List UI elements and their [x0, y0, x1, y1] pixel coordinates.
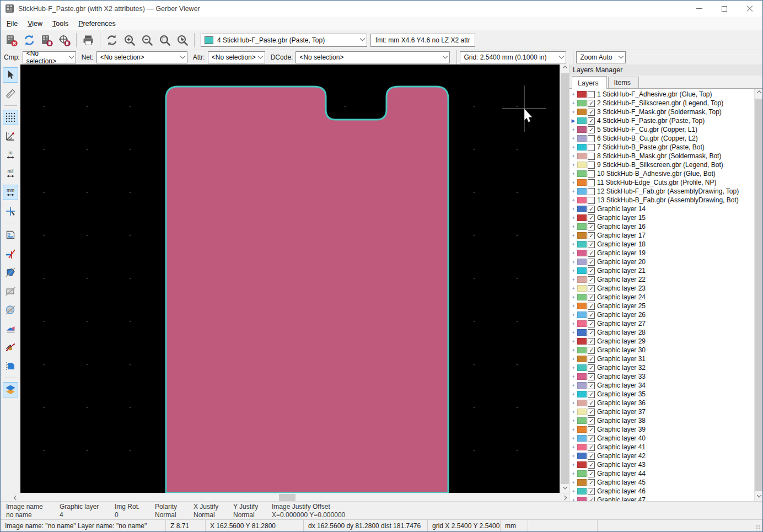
print-button[interactable]	[79, 32, 97, 49]
layer-row[interactable]: ▶✓4 StickHub-F_Paste.gbr (Paste, Top)	[569, 116, 754, 125]
sketch-lines-button[interactable]	[3, 246, 18, 261]
layer-visibility-checkbox[interactable]: ✓	[588, 338, 595, 345]
layer-row[interactable]: ✦✓Graphic layer 14	[569, 205, 754, 213]
layer-visibility-checkbox[interactable]	[588, 170, 595, 178]
layer-visibility-checkbox[interactable]: ✓	[588, 303, 595, 310]
layer-row[interactable]: ✦✓Graphic layer 17	[569, 231, 754, 240]
layer-color-swatch[interactable]	[577, 188, 587, 195]
measure-tool-button[interactable]	[3, 86, 18, 101]
layer-color-swatch[interactable]	[577, 144, 587, 151]
layer-color-swatch[interactable]	[577, 285, 587, 292]
tab-items[interactable]: Items	[608, 77, 640, 88]
layer-visibility-checkbox[interactable]: ✓	[588, 214, 595, 222]
layer-row[interactable]: ✦9 StickHub-B_Silkscreen.gbr (Legend, Bo…	[569, 160, 754, 169]
layer-visibility-checkbox[interactable]: ✓	[588, 417, 595, 424]
layer-visibility-checkbox[interactable]: ✓	[588, 435, 595, 442]
layer-color-swatch[interactable]	[577, 259, 587, 265]
layer-row[interactable]: ✦✓Graphic layer 37	[569, 407, 754, 416]
layer-row[interactable]: ✦✓Graphic layer 30	[569, 346, 754, 354]
flip-view-button[interactable]	[3, 358, 18, 374]
resize-grip[interactable]	[756, 525, 761, 530]
layer-color-swatch[interactable]	[577, 409, 587, 415]
layer-row[interactable]: ✦✓Graphic layer 41	[569, 443, 754, 452]
scroll-up-arrow[interactable]	[755, 89, 763, 98]
layer-color-swatch[interactable]	[577, 126, 587, 133]
layer-color-swatch[interactable]	[577, 162, 587, 168]
zoom-in-button[interactable]	[121, 32, 138, 49]
close-button[interactable]	[737, 1, 762, 17]
layer-row[interactable]: ✦✓Graphic layer 23	[569, 284, 754, 293]
layer-row[interactable]: ✦✓Graphic layer 27	[569, 319, 754, 328]
units-inches-button[interactable]: in	[3, 147, 18, 163]
maximize-button[interactable]	[712, 1, 737, 17]
menu-file[interactable]: File	[2, 18, 23, 30]
layer-visibility-checkbox[interactable]: ✓	[588, 347, 595, 354]
layer-row[interactable]: ✦✓Graphic layer 40	[569, 434, 754, 443]
layer-color-swatch[interactable]	[577, 135, 587, 142]
layer-color-swatch[interactable]	[577, 497, 587, 501]
layer-visibility-checkbox[interactable]: ✓	[588, 391, 595, 398]
layer-color-swatch[interactable]	[577, 320, 587, 327]
layer-visibility-checkbox[interactable]: ✓	[588, 126, 595, 133]
layer-row[interactable]: ✦✓Graphic layer 42	[569, 452, 754, 460]
layer-row[interactable]: ✦✓Graphic layer 15	[569, 213, 754, 222]
layer-color-swatch[interactable]	[577, 311, 587, 318]
layer-color-swatch[interactable]	[577, 91, 587, 98]
differential-mode-button[interactable]	[3, 321, 18, 336]
layer-color-swatch[interactable]	[577, 100, 587, 106]
layer-color-swatch[interactable]	[577, 338, 587, 345]
zoom-out-button[interactable]	[138, 32, 156, 49]
select-tool-button[interactable]	[3, 67, 18, 83]
layer-color-swatch[interactable]	[577, 206, 587, 212]
layer-color-swatch[interactable]	[577, 232, 587, 239]
layer-row[interactable]: ✦✓Graphic layer 34	[569, 381, 754, 390]
layer-visibility-checkbox[interactable]	[588, 144, 595, 151]
grid-visibility-button[interactable]	[3, 110, 18, 125]
layer-row[interactable]: ✦12 StickHub-F_Fab.gbr (AssemblyDrawing,…	[569, 187, 754, 196]
layer-color-swatch[interactable]	[577, 444, 587, 450]
layer-color-swatch[interactable]	[577, 241, 587, 248]
gerber-canvas[interactable]: STATUS USB4 USB7 USB3 USB6 USB2 C20 D7 D…	[20, 65, 560, 493]
layer-color-swatch[interactable]	[577, 153, 587, 159]
layer-color-swatch[interactable]	[577, 382, 587, 389]
tab-layers[interactable]: Layers	[572, 76, 607, 89]
open-gerber-file-button[interactable]	[38, 32, 56, 49]
layer-row[interactable]: ✦13 StickHub-B_Fab.gbr (AssemblyDrawing,…	[569, 196, 754, 205]
layer-color-swatch[interactable]	[577, 179, 587, 186]
layer-color-swatch[interactable]	[577, 117, 587, 124]
layer-color-swatch[interactable]	[577, 303, 587, 309]
reload-all-layers-button[interactable]	[20, 32, 38, 49]
layer-visibility-checkbox[interactable]: ✓	[588, 232, 595, 239]
polar-coordinates-button[interactable]: r θ	[3, 128, 18, 144]
layer-color-swatch[interactable]	[577, 400, 587, 406]
layer-visibility-checkbox[interactable]: ✓	[588, 285, 595, 292]
horizontal-scroll-thumb[interactable]	[279, 494, 295, 501]
layer-visibility-checkbox[interactable]	[588, 91, 595, 98]
layer-row[interactable]: ✦8 StickHub-B_Mask.gbr (Soldermask, Bot)	[569, 152, 754, 160]
show-dcodes-button[interactable]: D1	[3, 302, 18, 318]
layer-row[interactable]: ✦✓Graphic layer 33	[569, 372, 754, 381]
layer-visibility-checkbox[interactable]: ✓	[588, 400, 595, 407]
layer-color-swatch[interactable]	[577, 417, 587, 424]
active-layer-select[interactable]: 4 StickHub-F_Paste.gbr (Paste, Top)	[201, 34, 367, 47]
layer-color-swatch[interactable]	[577, 250, 587, 256]
scroll-right-arrow[interactable]	[560, 493, 569, 502]
layer-row[interactable]: ✦✓Graphic layer 35	[569, 390, 754, 399]
cmp-select[interactable]: <No selection>	[23, 51, 76, 63]
layer-visibility-checkbox[interactable]: ✓	[588, 329, 595, 336]
layer-color-swatch[interactable]	[577, 223, 587, 230]
layer-visibility-checkbox[interactable]: ✓	[588, 250, 595, 257]
layer-color-swatch[interactable]	[577, 170, 587, 177]
layer-visibility-checkbox[interactable]: ✓	[588, 267, 595, 275]
layer-visibility-checkbox[interactable]	[588, 197, 595, 204]
layer-visibility-checkbox[interactable]: ✓	[588, 100, 595, 107]
units-mils-button[interactable]: mil	[3, 166, 18, 181]
layer-visibility-checkbox[interactable]: ✓	[588, 109, 595, 116]
layer-visibility-checkbox[interactable]: ✓	[588, 241, 595, 248]
layer-row[interactable]: ✦✓2 StickHub-F_Silkscreen.gbr (Legend, T…	[569, 99, 754, 108]
zoom-select[interactable]: Zoom Auto	[576, 51, 626, 63]
layer-visibility-checkbox[interactable]: ✓	[588, 223, 595, 230]
layer-color-swatch[interactable]	[577, 197, 587, 203]
scroll-down-arrow[interactable]	[560, 484, 569, 493]
menu-view[interactable]: View	[23, 18, 47, 30]
